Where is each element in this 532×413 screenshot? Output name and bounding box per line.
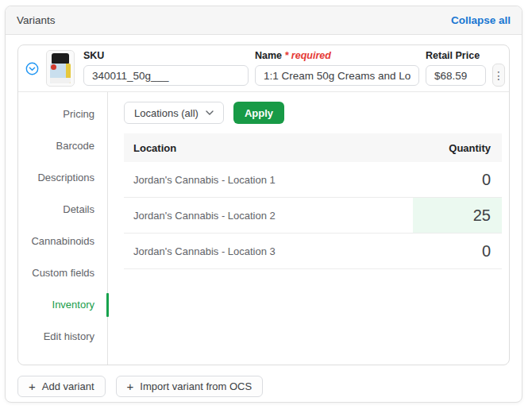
tab-pricing[interactable]: Pricing [18, 98, 107, 130]
column-header-location: Location [124, 133, 413, 162]
plus-icon: + [127, 380, 134, 392]
inventory-controls: Locations (all) Apply [124, 102, 502, 124]
inventory-table: Location Quantity Jordan's Cannabis - Lo… [124, 133, 502, 269]
variants-panel: Variants Collapse all SK [5, 6, 522, 403]
table-row: Jordan's Cannabis - Location 1 0 [124, 162, 502, 198]
retail-price-label: Retail Price [426, 51, 486, 61]
variant-body: Pricing Barcode Descriptions Details Can… [18, 92, 509, 365]
collapse-all-link[interactable]: Collapse all [451, 14, 511, 26]
retail-price-field-group: Retail Price [426, 51, 486, 86]
tab-descriptions[interactable]: Descriptions [18, 162, 107, 194]
tab-details[interactable]: Details [18, 194, 107, 226]
thumbnail-logo-dot [51, 64, 56, 70]
thumbnail-jar-label [50, 64, 71, 83]
footer-actions: + Add variant + Import variant from OCS [17, 376, 510, 397]
table-row: Jordan's Cannabis - Location 2 25 [124, 198, 502, 234]
inventory-pane: Locations (all) Apply Location Quantity [108, 92, 509, 365]
add-variant-button[interactable]: + Add variant [17, 376, 106, 397]
required-indicator: * required [285, 50, 331, 61]
location-cell: Jordan's Cannabis - Location 3 [124, 234, 413, 268]
import-variant-button[interactable]: + Import variant from OCS [116, 376, 264, 397]
sku-field-group: SKU [83, 51, 249, 86]
expand-chevron-icon[interactable] [25, 62, 39, 75]
sku-input[interactable] [83, 65, 249, 86]
name-label-text: Name [255, 50, 282, 61]
table-header-row: Location Quantity [124, 133, 502, 162]
add-variant-label: Add variant [42, 380, 94, 392]
chevron-down-icon [206, 110, 214, 115]
location-cell: Jordan's Cannabis - Location 1 [124, 162, 413, 197]
name-input[interactable] [255, 65, 419, 86]
plus-icon: + [29, 380, 36, 392]
tab-inventory[interactable]: Inventory [18, 289, 107, 321]
retail-price-input[interactable] [426, 65, 486, 86]
variant-tabs-sidebar: Pricing Barcode Descriptions Details Can… [18, 92, 108, 365]
thumbnail-bottom-band [50, 78, 71, 83]
table-body: Jordan's Cannabis - Location 1 0 Jordan'… [124, 162, 502, 269]
tab-barcode[interactable]: Barcode [18, 130, 107, 162]
product-thumbnail[interactable] [46, 50, 75, 87]
variant-menu-button[interactable]: ⋮ [492, 64, 505, 87]
sku-label: SKU [83, 51, 249, 61]
tab-cannabinoids[interactable]: Cannabinoids [18, 226, 107, 257]
variant-card: SKU Name * required Retail Price ⋮ P [17, 44, 510, 365]
locations-filter-value: Locations (all) [134, 107, 199, 119]
table-row: Jordan's Cannabis - Location 3 0 [124, 234, 502, 269]
panel-body: SKU Name * required Retail Price ⋮ P [6, 35, 522, 403]
column-header-quantity: Quantity [413, 133, 502, 162]
kebab-menu-icon: ⋮ [493, 70, 504, 81]
name-label: Name * required [255, 51, 419, 61]
page-title: Variants [17, 14, 56, 26]
quantity-cell[interactable]: 0 [413, 162, 502, 197]
import-variant-label: Import variant from OCS [140, 380, 252, 392]
name-field-group: Name * required [255, 51, 419, 86]
variant-header-row: SKU Name * required Retail Price ⋮ [18, 45, 509, 92]
tab-custom-fields[interactable]: Custom fields [18, 257, 107, 289]
locations-filter-dropdown[interactable]: Locations (all) [124, 102, 224, 124]
panel-header: Variants Collapse all [6, 6, 522, 35]
quantity-cell[interactable]: 0 [413, 234, 502, 268]
quantity-cell-highlighted[interactable]: 25 [413, 198, 502, 233]
tab-edit-history[interactable]: Edit history [18, 321, 107, 353]
thumbnail-jar-lid [52, 53, 69, 64]
apply-button[interactable]: Apply [233, 102, 284, 124]
location-cell: Jordan's Cannabis - Location 2 [124, 198, 413, 233]
